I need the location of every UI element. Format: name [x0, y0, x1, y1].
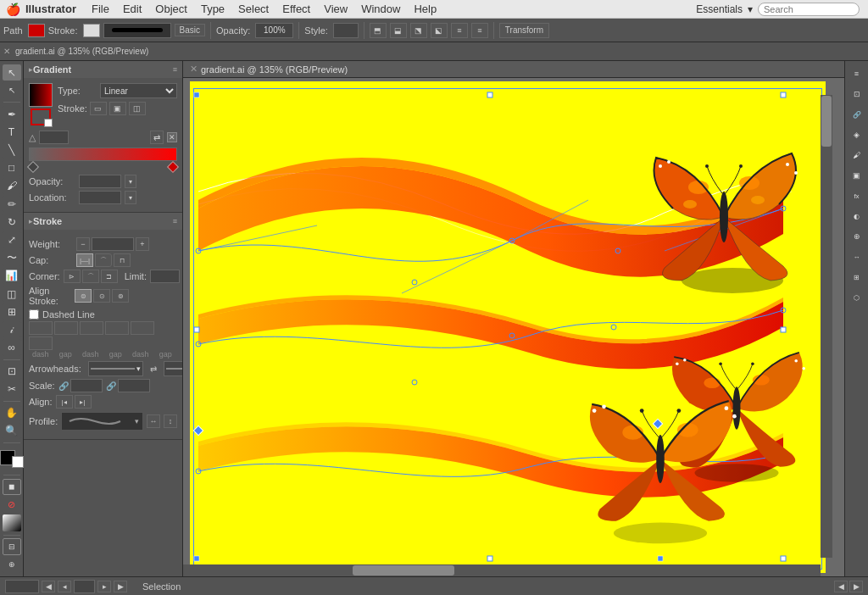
playback-prev-btn[interactable]: ◀ [834, 581, 848, 592]
stroke-weight-preview[interactable] [103, 23, 171, 38]
menu-help[interactable]: Help [407, 1, 443, 17]
close-icon-tab[interactable]: ✕ [3, 47, 10, 56]
align-icon-1[interactable]: ⬒ [370, 23, 387, 38]
gradient-btn[interactable] [3, 514, 21, 531]
align-icon-5[interactable]: ≡ [451, 23, 468, 38]
tool-rect[interactable]: □ [3, 160, 21, 176]
nav-artboard-prev[interactable]: ◂ [58, 581, 71, 592]
menu-select[interactable]: Select [231, 1, 275, 17]
right-btn-align[interactable]: ⊕ [848, 227, 866, 246]
tool-pen[interactable]: ✒ [3, 106, 21, 122]
profile-flip-h-btn[interactable]: ↔ [147, 414, 160, 428]
no-fill-btn[interactable]: ⊘ [3, 497, 21, 513]
nav-artboard-next[interactable]: ▸ [97, 581, 111, 592]
corner-bevel-btn[interactable]: ⊐ [101, 270, 118, 283]
right-btn-links[interactable]: 🔗 [848, 105, 866, 124]
dashed-line-checkbox[interactable] [29, 309, 39, 320]
opacity-dropdown-btn[interactable]: ▾ [125, 175, 136, 188]
tool-blend[interactable]: ∞ [3, 339, 21, 355]
tool-line[interactable]: ╲ [3, 142, 21, 158]
transform-button[interactable]: Transform [499, 23, 549, 38]
corner-round-btn[interactable]: ⌒ [82, 270, 99, 283]
nav-next-btn[interactable]: ▶ [114, 581, 127, 592]
right-btn-pathfinder[interactable]: ⊞ [848, 268, 866, 286]
menu-view[interactable]: View [317, 1, 354, 17]
tool-direct-select[interactable]: ↖ [3, 82, 21, 98]
align-end-btn[interactable]: ▸| [75, 395, 92, 409]
arrow-end-select[interactable]: ▶ ▾ [164, 361, 183, 376]
corner-miter-btn[interactable]: ⊳ [64, 270, 81, 283]
gradient-panel-menu[interactable]: ≡ [173, 65, 177, 74]
nav-prev-btn[interactable]: ◀ [42, 581, 55, 592]
tool-pencil[interactable]: ✏ [3, 196, 21, 212]
limit-input[interactable]: 10 [150, 270, 180, 283]
stroke-color-swatch[interactable] [83, 24, 100, 37]
brush-profile-selector[interactable]: Basic [175, 24, 205, 36]
tool-eyedropper[interactable]: 𝒾 [3, 321, 21, 337]
gradient-stop-right[interactable] [167, 161, 179, 173]
weight-decrement-btn[interactable]: − [76, 237, 90, 251]
playback-next-btn[interactable]: ▶ [849, 581, 863, 592]
scale-start-input[interactable]: 100% [70, 379, 103, 392]
cap-round-btn[interactable]: ⌒ [95, 253, 112, 267]
opacity-input-gp[interactable]: 10% [79, 175, 121, 188]
zoom-input[interactable]: 135% [5, 580, 39, 593]
angle-input[interactable] [39, 131, 69, 144]
fill-swatch[interactable] [28, 24, 45, 37]
tool-warp[interactable]: 〜 [3, 250, 21, 266]
drawing-mode-btn[interactable]: ⊕ [3, 557, 21, 573]
weight-increment-btn[interactable]: + [136, 237, 149, 251]
tool-selection[interactable]: ↖ [3, 64, 21, 81]
gap-2[interactable] [105, 321, 129, 335]
stroke-apply-btn-3[interactable]: ◫ [129, 102, 146, 115]
location-input[interactable]: 11.73% [79, 191, 121, 204]
profile-select[interactable]: ▾ [61, 412, 143, 431]
right-btn-swatches[interactable]: ▣ [848, 166, 866, 185]
vscroll-thumb[interactable] [821, 96, 832, 147]
menu-window[interactable]: Window [354, 1, 407, 17]
align-inside-btn[interactable]: ⊙ [93, 289, 110, 303]
menu-type[interactable]: Type [194, 1, 231, 17]
align-icon-4[interactable]: ⬕ [431, 23, 448, 38]
weight-input[interactable] [92, 237, 134, 251]
document-tab[interactable]: gradient.ai @ 135% (RGB/Preview) [15, 47, 148, 56]
stroke-apply-btn-2[interactable]: ▣ [109, 102, 126, 115]
cap-butt-btn[interactable]: |—| [76, 253, 93, 267]
screen-mode-btn[interactable]: ⊟ [3, 538, 21, 554]
canvas[interactable] [190, 81, 826, 573]
cap-square-btn[interactable]: ⊓ [114, 253, 131, 267]
dash-1[interactable] [29, 321, 53, 335]
vertical-scrollbar[interactable] [821, 95, 832, 558]
gradient-fill-swatch[interactable] [29, 83, 53, 107]
gradient-bar[interactable] [29, 147, 177, 161]
tool-hand[interactable]: ✋ [3, 405, 21, 421]
essentials-label[interactable]: Essentials [696, 3, 743, 15]
doc-tab-title[interactable]: gradient.ai @ 135% (RGB/Preview) [201, 64, 348, 75]
align-outside-btn[interactable]: ⊚ [112, 289, 129, 303]
align-start-btn[interactable]: |◂ [56, 395, 73, 409]
align-icon-2[interactable]: ⬓ [390, 23, 407, 38]
align-center-btn[interactable]: ⊜ [75, 289, 92, 303]
artboard-input[interactable]: 1 [74, 580, 95, 593]
tool-mesh[interactable]: ⊞ [3, 303, 21, 320]
gap-1[interactable] [54, 321, 78, 335]
apple-menu[interactable]: 🍎 [0, 3, 25, 16]
gradient-stop-left[interactable] [27, 161, 39, 173]
arrow-start-select[interactable]: ▾ [88, 361, 143, 376]
tool-scale[interactable]: ⤢ [3, 231, 21, 247]
stroke-apply-btn-1[interactable]: ▭ [90, 102, 107, 115]
tool-graph[interactable]: 📊 [3, 268, 21, 284]
stroke-panel-menu[interactable]: ≡ [173, 217, 177, 225]
search-input[interactable] [758, 3, 860, 16]
tool-type[interactable]: T [3, 124, 21, 140]
tool-artboard[interactable]: ⊡ [3, 364, 21, 380]
menu-effect[interactable]: Effect [275, 1, 317, 17]
right-btn-layers[interactable]: ≡ [848, 64, 866, 83]
right-btn-graphic-styles[interactable]: fx [848, 186, 866, 205]
right-btn-symbols[interactable]: ◈ [848, 125, 866, 144]
gradient-panel-header[interactable]: ▸ Gradient ≡ [24, 61, 182, 78]
hscroll-thumb[interactable] [353, 565, 454, 576]
dash-2[interactable] [80, 321, 103, 335]
gap-3[interactable] [29, 336, 53, 350]
delete-stop-btn[interactable]: ✕ [167, 132, 177, 142]
